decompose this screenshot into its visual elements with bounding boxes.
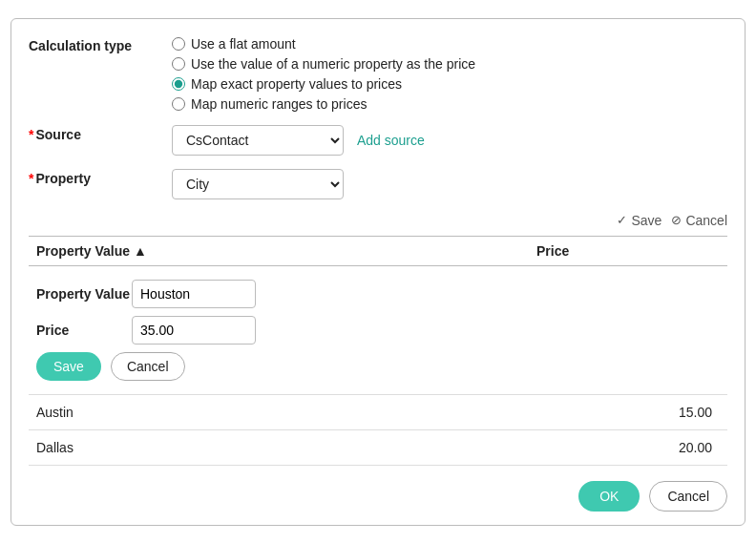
row-austin-property-value: Austin [36, 405, 643, 420]
cancel-icon: ⊘ [671, 213, 682, 227]
radio-map-exact[interactable]: Map exact property values to prices [172, 76, 475, 92]
property-section: Property City [29, 169, 727, 199]
table-row: Dallas 20.00 [29, 430, 727, 466]
sort-indicator: ▲ [134, 243, 147, 259]
radio-flat-label: Use a flat amount [191, 36, 296, 52]
radio-flat-input[interactable] [172, 37, 185, 51]
radio-map-ranges-label: Map numeric ranges to prices [191, 96, 367, 112]
calculation-type-label: Calculation type [29, 36, 172, 53]
radio-numeric-label: Use the value of a numeric property as t… [191, 56, 475, 72]
row-dallas-price: 20.00 [643, 440, 720, 455]
radio-map-exact-input[interactable] [172, 77, 185, 91]
cancel-label: Cancel [685, 213, 727, 228]
source-label: Source [29, 125, 172, 142]
check-icon: ✓ [617, 213, 627, 227]
edit-form-row: Property Value Price Save Cancel [29, 266, 727, 395]
cancel-button[interactable]: ⊘ Cancel [671, 213, 727, 228]
radio-numeric[interactable]: Use the value of a numeric property as t… [172, 56, 475, 72]
toolbar-row: ✓ Save ⊘ Cancel [29, 213, 727, 228]
edit-price-label: Price [36, 323, 132, 338]
source-select[interactable]: CsContact [172, 125, 344, 156]
property-select[interactable]: City [172, 169, 344, 199]
calculation-type-section: Calculation type Use a flat amount Use t… [29, 36, 727, 112]
radio-map-ranges-input[interactable] [172, 97, 185, 111]
edit-cancel-button[interactable]: Cancel [111, 352, 185, 381]
property-controls: City [172, 169, 344, 199]
row-dallas-property-value: Dallas [36, 440, 643, 455]
footer-actions: OK Cancel [29, 481, 727, 512]
radio-numeric-input[interactable] [172, 57, 185, 71]
edit-save-button[interactable]: Save [36, 352, 101, 381]
edit-property-value-row: Property Value [36, 280, 720, 308]
table-header: Property Value ▲ Price [29, 236, 727, 266]
radio-map-exact-label: Map exact property values to prices [191, 76, 402, 92]
calculation-type-radio-group: Use a flat amount Use the value of a num… [172, 36, 475, 112]
radio-map-ranges[interactable]: Map numeric ranges to prices [172, 96, 475, 112]
add-source-link[interactable]: Add source [357, 133, 425, 148]
row-austin-price: 15.00 [643, 405, 720, 420]
source-controls: CsContact Add source [172, 125, 425, 156]
edit-price-row: Price [36, 316, 720, 345]
table-row: Austin 15.00 [29, 395, 727, 430]
edit-property-value-label: Property Value [36, 286, 132, 302]
main-dialog: Calculation type Use a flat amount Use t… [10, 18, 746, 526]
save-button[interactable]: ✓ Save [617, 213, 662, 228]
property-label: Property [29, 169, 172, 186]
edit-price-input[interactable] [132, 316, 256, 345]
edit-form-buttons: Save Cancel [36, 352, 720, 381]
ok-button[interactable]: OK [578, 481, 640, 512]
radio-flat[interactable]: Use a flat amount [172, 36, 475, 52]
column-header-property-value: Property Value ▲ [29, 243, 536, 259]
save-label: Save [631, 213, 662, 228]
edit-property-value-input[interactable] [132, 280, 256, 308]
source-section: Source CsContact Add source [29, 125, 727, 156]
column-header-price: Price [536, 243, 727, 259]
footer-cancel-button[interactable]: Cancel [649, 481, 727, 512]
